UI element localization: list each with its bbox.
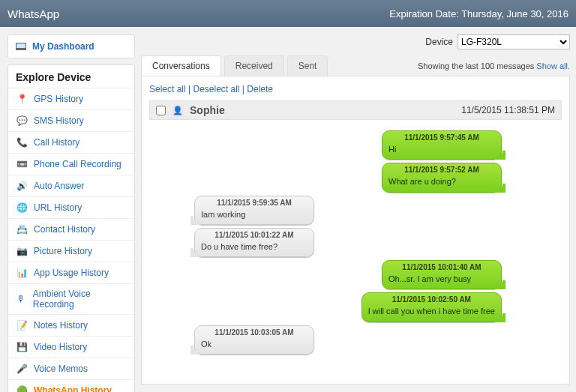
sidebar-item-label: Auto Answer: [34, 181, 84, 191]
sidebar-item-label: Ambient Voice Recording: [33, 289, 127, 310]
sidebar-item-label: Video History: [34, 342, 87, 352]
video-history-icon: 💾: [16, 341, 28, 353]
sidebar-item-sms-history[interactable]: 💬SMS History: [8, 109, 134, 131]
outgoing-message: 11/1/2015 10:01:40 AMOh...sr. I am very …: [382, 260, 502, 289]
sidebar-item-url-history[interactable]: 🌐URL History: [8, 196, 134, 218]
sidebar: My Dashboard Explore Device 📍GPS History…: [0, 27, 141, 392]
sidebar-item-label: Notes History: [34, 320, 88, 331]
sidebar-item-gps-history[interactable]: 📍GPS History: [8, 88, 134, 109]
incoming-message: 11/1/2015 10:01:22 AMDo u have time free…: [194, 228, 314, 257]
sidebar-item-picture-history[interactable]: 📷Picture History: [8, 240, 134, 262]
outgoing-message: 11/1/2015 9:57:52 AMWhat are u doing?: [382, 163, 502, 192]
message-text: Iam working: [201, 209, 308, 220]
sidebar-item-label: GPS History: [34, 94, 83, 104]
voice-memos-icon: 🎤: [16, 363, 28, 375]
message-row: 11/1/2015 9:59:35 AMIam working: [149, 196, 562, 225]
sidebar-item-whatsapp-history[interactable]: 🟢WhatsApp History: [8, 379, 134, 392]
monitor-icon: [16, 43, 26, 50]
call-history-icon: 📞: [16, 136, 28, 148]
message-time: 11/1/2015 10:03:05 AM: [201, 328, 308, 337]
message-time: 11/1/2015 9:59:35 AM: [201, 198, 308, 207]
sidebar-item-label: App Usage History: [34, 268, 109, 278]
url-history-icon: 🌐: [16, 202, 28, 214]
message-time: 11/1/2015 10:01:22 AM: [201, 230, 308, 239]
message-text: What are u doing?: [388, 176, 495, 187]
sidebar-item-ambient-voice-recording[interactable]: 🎙Ambient Voice Recording: [8, 283, 134, 314]
picture-history-icon: 📷: [16, 245, 28, 257]
deselect-all-link[interactable]: Deselect all: [194, 84, 240, 94]
tab-conversations[interactable]: Conversations: [141, 55, 221, 76]
message-time: 11/1/2015 9:57:45 AM: [388, 133, 495, 142]
contact-header: 👤 Sophie 11/5/2015 11:38:51 PM: [149, 100, 562, 120]
show-all-link[interactable]: Show all.: [536, 61, 570, 70]
message-row: 11/1/2015 10:01:40 AMOh...sr. I am very …: [149, 260, 562, 289]
showing-summary: Showing the last 100 messages Show all.: [418, 61, 570, 70]
message-text: Do u have time free?: [201, 241, 308, 252]
outgoing-message: 11/1/2015 10:02:50 AMI will call you whe…: [362, 292, 502, 322]
device-select[interactable]: LG-F320L: [458, 34, 570, 49]
message-thread: 11/1/2015 9:57:45 AMHi11/1/2015 9:57:52 …: [149, 120, 562, 373]
sidebar-item-phone-call-recording[interactable]: 📼Phone Call Recording: [8, 153, 134, 175]
incoming-message: 11/1/2015 10:03:05 AMOk: [194, 325, 314, 355]
contact-timestamp: 11/5/2015 11:38:51 PM: [461, 105, 555, 115]
message-text: Ok: [201, 339, 308, 349]
contact-history-icon: 📇: [16, 223, 28, 235]
message-row: 11/1/2015 9:57:45 AMHi: [149, 130, 562, 160]
delete-link[interactable]: Delete: [247, 84, 273, 94]
contact-name: Sophie: [190, 104, 455, 116]
message-time: 11/1/2015 10:01:40 AM: [388, 262, 495, 271]
sidebar-item-label: SMS History: [34, 115, 84, 126]
my-dashboard-link[interactable]: My Dashboard: [8, 34, 135, 58]
message-row: 11/1/2015 9:57:52 AMWhat are u doing?: [149, 163, 562, 192]
sidebar-item-label: Contact History: [34, 224, 95, 235]
message-text: Hi: [388, 144, 495, 154]
sidebar-item-label: Picture History: [34, 246, 92, 256]
message-row: 11/1/2015 10:02:50 AMI will call you whe…: [149, 292, 562, 322]
whatsapp-history-icon: 🟢: [16, 385, 28, 392]
sidebar-item-notes-history[interactable]: 📝Notes History: [8, 314, 134, 336]
tab-received[interactable]: Received: [224, 55, 284, 76]
sidebar-item-auto-answer[interactable]: 🔊Auto Answer: [8, 175, 134, 196]
tab-sent[interactable]: Sent: [287, 55, 328, 76]
sidebar-item-label: URL History: [34, 202, 82, 213]
device-label: Device: [425, 37, 453, 47]
explore-device-panel: Explore Device 📍GPS History💬SMS History📞…: [8, 64, 135, 392]
message-time: 11/1/2015 10:02:50 AM: [368, 295, 495, 304]
message-time: 11/1/2015 9:57:52 AM: [388, 165, 495, 174]
message-row: 11/1/2015 10:03:05 AMOk: [149, 325, 562, 355]
chat-panel: Select all | Deselect all | Delete 👤 Sop…: [141, 76, 570, 385]
sidebar-item-voice-memos[interactable]: 🎤Voice Memos: [8, 358, 134, 379]
message-row: 11/1/2015 10:01:22 AMDo u have time free…: [149, 228, 562, 257]
sidebar-item-video-history[interactable]: 💾Video History: [8, 336, 134, 358]
selection-toolbar: Select all | Deselect all | Delete: [149, 84, 562, 94]
sidebar-item-call-history[interactable]: 📞Call History: [8, 131, 134, 153]
notes-history-icon: 📝: [16, 319, 28, 331]
app-usage-history-icon: 📊: [16, 267, 28, 279]
showing-text: Showing the last 100 messages: [418, 61, 536, 70]
page-title: WhatsApp: [8, 7, 59, 20]
incoming-message: 11/1/2015 9:59:35 AMIam working: [194, 196, 314, 225]
message-text: Oh...sr. I am very busy: [388, 274, 495, 284]
expiration-date: Expiration Date: Thursday, June 30, 2016: [389, 8, 568, 19]
message-text: I will call you when i have time free: [368, 306, 495, 316]
sidebar-item-app-usage-history[interactable]: 📊App Usage History: [8, 262, 134, 283]
select-all-link[interactable]: Select all: [149, 84, 186, 94]
ambient-voice-recording-icon: 🎙: [16, 293, 27, 305]
contact-checkbox[interactable]: [156, 106, 166, 115]
auto-answer-icon: 🔊: [16, 180, 28, 192]
outgoing-message: 11/1/2015 9:57:45 AMHi: [382, 130, 502, 160]
sidebar-item-label: Call History: [34, 137, 80, 148]
avatar-icon: 👤: [172, 104, 184, 116]
tabs: ConversationsReceivedSent: [141, 55, 328, 76]
phone-call-recording-icon: 📼: [16, 158, 28, 170]
sidebar-item-label: WhatsApp History: [34, 385, 112, 392]
sidebar-item-label: Phone Call Recording: [34, 159, 122, 169]
sidebar-item-label: Voice Memos: [34, 364, 88, 374]
explore-device-heading: Explore Device: [8, 65, 134, 88]
content-area: Device LG-F320L ConversationsReceivedSen…: [141, 27, 576, 392]
my-dashboard-label: My Dashboard: [32, 41, 94, 52]
gps-history-icon: 📍: [16, 93, 28, 105]
sidebar-item-contact-history[interactable]: 📇Contact History: [8, 218, 134, 240]
top-bar: WhatsApp Expiration Date: Thursday, June…: [0, 0, 576, 27]
sms-history-icon: 💬: [16, 115, 28, 127]
